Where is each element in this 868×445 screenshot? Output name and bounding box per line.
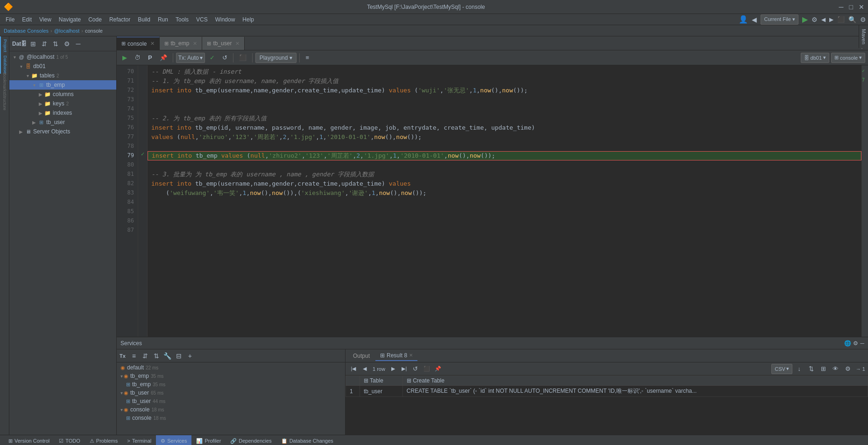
tree-db01[interactable]: ▾ 🗄 db01 [9,62,116,71]
tree-tables[interactable]: ▾ 📁 tables 2 [9,71,116,80]
bottom-tab-terminal[interactable]: > Terminal [122,435,156,445]
nav-next-button[interactable]: ▶ [388,364,398,374]
menu-vcs[interactable]: VCS [192,15,212,24]
svc-btn-sort2[interactable]: ⇅ [152,351,161,361]
run-button[interactable]: ▶ [802,15,808,24]
maximize-button[interactable]: □ [849,3,853,11]
stop-query-button[interactable]: ⬛ [236,52,249,63]
tx-dropdown[interactable]: Tx: Auto ▾ [176,53,205,63]
result-tab-close[interactable]: ✕ [409,353,413,358]
menu-build[interactable]: Build [134,15,154,24]
tab-tb-user[interactable]: ⊞ tb_user ✕ [202,37,245,50]
svc-item-default[interactable]: ◉ default 22 ms [117,363,345,372]
svc-btn-add[interactable]: + [185,351,195,361]
minimize-button[interactable]: ─ [839,3,844,11]
tree-btn-3[interactable]: ⇅ [51,39,60,49]
gear-icon[interactable]: ⚙ [812,16,818,23]
tab-console[interactable]: ⊞ console ✕ [117,37,160,50]
svc-item-console-parent[interactable]: ▾ ◉ console 18 ms [117,405,345,414]
tb-emp-tab-close[interactable]: ✕ [193,41,197,47]
tree-indexes[interactable]: ▶ 📁 indexes [9,108,116,118]
result-tab[interactable]: ⊞ Result 8 ✕ [375,351,417,361]
sidebar-database[interactable]: Database [0,55,9,74]
menu-window[interactable]: Window [212,15,239,24]
search-icon[interactable]: 🔍 [848,16,856,23]
svc-item-tb-user-child[interactable]: ⊞ tb_user 44 ms [117,397,345,405]
user-icon[interactable]: 👤 [739,15,748,24]
bottom-tab-profiler[interactable]: 📊 Profiler [191,435,226,445]
svc-item-tb-emp-child[interactable]: ⊞ tb_emp 35 ms [117,380,345,389]
sidebar-bookmarks[interactable]: Bookmarks [0,74,9,92]
svc-item-tb-emp-parent[interactable]: ▾ ◉ tb_emp 35 ms [117,372,345,380]
menu-view[interactable]: View [35,15,55,24]
nav-prev-button[interactable]: ◀ [360,364,370,374]
p-button[interactable]: P [145,52,155,63]
bottom-tab-services[interactable]: ⚙ Services [156,435,191,445]
bottom-tab-dependencies[interactable]: 🔗 Dependencies [226,435,276,445]
eye-button[interactable]: 👁 [831,364,841,374]
menu-code[interactable]: Code [85,15,106,24]
services-globe-icon[interactable]: 🌐 [844,340,851,347]
menu-navigate[interactable]: Navigate [55,15,85,24]
bottom-tab-todo[interactable]: ☑ TODO [54,435,85,445]
breadcrumb-db-consoles[interactable]: Database Consoles [4,28,49,34]
tree-tb-emp[interactable]: ▾ ⊞ tb_emp [9,80,116,90]
bottom-tab-version-control[interactable]: ⊞ Version Control [4,435,54,445]
svc-btn-filter[interactable]: ⊟ [174,351,183,361]
tree-btn-minimize[interactable]: ─ [73,39,83,49]
console-indicator[interactable]: ⊞ console ▾ [831,53,865,63]
tree-columns[interactable]: ▶ 📁 columns [9,90,116,99]
nav-first-button[interactable]: |◀ [348,364,359,374]
code-content[interactable]: -- DML : 插入数据 - insert -- 1. 为 tb_emp 表的… [148,65,861,337]
tree-keys[interactable]: ▶ 📁 keys 2 [9,99,116,108]
prev-nav-button[interactable]: ◀ [821,16,826,23]
next-nav-button[interactable]: ▶ [829,16,833,23]
svc-btn-list[interactable]: ≡ [129,351,139,361]
breadcrumb-localhost[interactable]: @localhost [54,28,80,34]
export-button[interactable]: ↓ [794,364,804,374]
tb-user-tab-close[interactable]: ✕ [235,41,240,47]
output-tab[interactable]: Output [348,351,374,361]
sidebar-structure[interactable]: Structure [0,92,9,111]
services-minimize-icon[interactable]: ─ [860,340,864,347]
svc-btn-sort1[interactable]: ⇵ [141,351,150,361]
services-gear-icon[interactable]: ⚙ [853,340,858,347]
result-pin-button[interactable]: 📌 [433,364,443,374]
tree-btn-2[interactable]: ⇵ [40,39,49,49]
menu-run[interactable]: Run [154,15,172,24]
csv-dropdown[interactable]: CSV ▾ [771,364,792,374]
result-stop-button[interactable]: ⬛ [422,364,432,374]
transpose-button[interactable]: ⊞ [819,364,829,374]
undo-button[interactable]: ↺ [219,52,230,63]
current-file-dropdown[interactable]: Current File ▾ [761,14,798,25]
sort-button[interactable]: ⇅ [806,364,817,374]
tree-tb-user[interactable]: ▶ ⊞ tb_user [9,118,116,127]
result-refresh-button[interactable]: ↺ [410,364,421,374]
tree-server-objects[interactable]: ▶ 🖥 Server Objects [9,127,116,136]
menu-file[interactable]: File [2,15,18,24]
menu-help[interactable]: Help [239,15,258,24]
back-button[interactable]: ◀ [752,16,757,23]
tree-btn-settings[interactable]: ⚙ [62,39,71,49]
maven-tab[interactable]: Maven [859,25,868,48]
svc-btn-group[interactable]: 🔧 [163,351,172,361]
tab-tb-emp[interactable]: ⊞ tb_emp ✕ [160,37,202,50]
db-indicator[interactable]: 🗄 db01 ▾ [801,53,829,63]
bottom-tab-db-changes[interactable]: 📋 Database Changes [276,435,338,445]
close-button[interactable]: ✕ [859,3,864,11]
history-button[interactable]: ⏱ [132,52,143,63]
playground-button[interactable]: Playground ▾ [255,53,297,63]
tree-btn-1[interactable]: ⊞ [28,39,38,49]
run-query-button[interactable]: ▶ [120,52,130,63]
menu-refactor[interactable]: Refactor [106,15,134,24]
settings-icon[interactable]: ⚙ [860,16,866,23]
console-tab-close[interactable]: ✕ [150,41,155,47]
menu-tools[interactable]: Tools [172,15,192,24]
table-view-button[interactable]: ≡ [303,52,312,63]
menu-edit[interactable]: Edit [18,15,35,24]
nav-last-button[interactable]: ▶| [399,364,409,374]
pin-button[interactable]: 📌 [157,52,170,63]
svc-item-console-child[interactable]: ⊞ console 18 ms [117,414,345,422]
result-settings-button[interactable]: ⚙ [843,364,853,374]
check-button[interactable]: ✓ [207,52,218,63]
